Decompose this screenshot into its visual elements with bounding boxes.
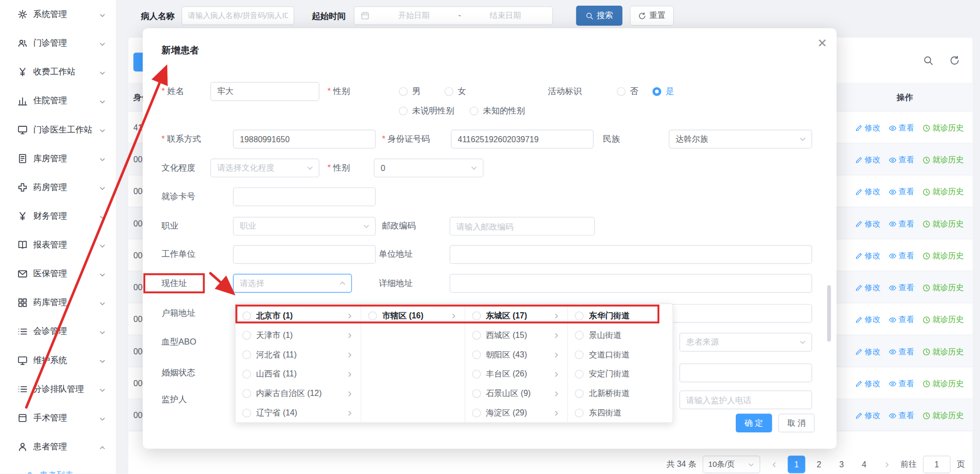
table-refresh-icon[interactable] — [949, 55, 960, 66]
edit-link[interactable]: 修改 — [855, 219, 880, 230]
next-page-button[interactable] — [879, 456, 894, 473]
cascader-option[interactable]: 河北省 (11) — [236, 345, 361, 364]
radio-icon[interactable] — [575, 311, 584, 320]
radio-icon[interactable] — [472, 369, 481, 378]
edit-link[interactable]: 修改 — [855, 282, 880, 293]
radio-icon[interactable] — [368, 311, 377, 320]
education-select[interactable]: 请选择文化程度 — [210, 159, 319, 178]
visit-history-link[interactable]: 就诊历史 — [923, 378, 964, 389]
visit-history-link[interactable]: 就诊历史 — [923, 251, 964, 261]
radio-icon[interactable] — [472, 311, 481, 320]
cascader-option[interactable]: 辽宁省 (14) — [236, 403, 361, 423]
page-size-select[interactable]: 10条/页 — [702, 456, 760, 473]
unit-address-field[interactable] — [449, 245, 812, 264]
cascader-option[interactable]: 东四街道 — [568, 403, 672, 423]
prev-page-button[interactable] — [767, 456, 781, 473]
sidebar-item-cross[interactable]: 药房管理 — [0, 173, 116, 202]
sidebar-item-mail[interactable]: 医保管理 — [0, 259, 116, 288]
sidebar-item-document[interactable]: 库房管理 — [0, 144, 116, 173]
confirm-button[interactable]: 确 定 — [736, 413, 772, 432]
cascader-option[interactable]: 朝阳区 (43) — [465, 345, 568, 364]
id-number-field[interactable] — [451, 130, 594, 149]
radio-icon[interactable] — [575, 331, 584, 339]
guardian-phone-field[interactable] — [679, 390, 812, 409]
radio-icon[interactable] — [242, 350, 251, 359]
radio-icon[interactable] — [242, 311, 251, 320]
card-no-field[interactable] — [233, 187, 376, 206]
view-link[interactable]: 查看 — [889, 378, 914, 389]
visit-history-link[interactable]: 就诊历史 — [923, 219, 964, 230]
radio-icon[interactable] — [472, 389, 481, 397]
radio-gender-male[interactable]: 男 — [399, 82, 420, 101]
visit-history-link[interactable]: 就诊历史 — [923, 410, 964, 421]
work-unit-field[interactable] — [233, 245, 376, 264]
cascader-option[interactable]: 安定门街道 — [568, 364, 672, 384]
sidebar-item-monitor[interactable]: 门诊医生工作站 — [0, 116, 116, 144]
cascader-option[interactable]: 丰台区 (26) — [465, 364, 568, 384]
postal-field[interactable] — [449, 217, 595, 236]
radio-icon[interactable] — [575, 408, 584, 417]
sidebar-item-monitor[interactable]: 维护系统 — [0, 346, 116, 375]
radio-gender-unknown[interactable]: 未知的性别 — [469, 102, 525, 121]
edit-link[interactable]: 修改 — [855, 315, 880, 326]
edit-link[interactable]: 修改 — [855, 123, 880, 134]
sidebar-item-gear[interactable]: 系统管理 — [0, 0, 116, 29]
edit-link[interactable]: 修改 — [855, 347, 880, 357]
view-link[interactable]: 查看 — [889, 410, 914, 421]
page-button-4[interactable]: 4 — [855, 456, 873, 473]
view-link[interactable]: 查看 — [889, 155, 914, 165]
cascader-option[interactable]: 山西省 (11) — [236, 364, 361, 384]
radio-icon[interactable] — [242, 408, 251, 417]
sidebar-item-user[interactable]: 患者管理 — [0, 432, 116, 461]
sidebar-item-box[interactable]: 手术管理 — [0, 404, 116, 432]
cascader-option[interactable]: 北新桥街道 — [568, 384, 672, 403]
view-link[interactable]: 查看 — [889, 315, 914, 326]
edit-link[interactable]: 修改 — [855, 378, 880, 389]
radio-icon[interactable] — [242, 369, 251, 378]
edit-link[interactable]: 修改 — [855, 187, 880, 198]
radio-icon[interactable] — [242, 331, 251, 339]
sidebar-item-users[interactable]: 门诊管理 — [0, 29, 116, 58]
cascader-option[interactable]: 天津市 (1) — [236, 325, 361, 345]
visit-history-link[interactable]: 就诊历史 — [923, 347, 964, 357]
cascader-option[interactable]: 市辖区 (16) — [362, 306, 465, 326]
radio-active-no[interactable]: 否 — [617, 82, 638, 101]
cascader-option[interactable]: 海淀区 (29) — [465, 403, 568, 423]
current-address-cascader[interactable]: 请选择 — [233, 274, 352, 293]
cascader-option[interactable]: 东城区 (17) — [465, 306, 568, 326]
radio-icon[interactable] — [472, 408, 481, 417]
cascader-option[interactable]: 内蒙古自治区 (12) — [236, 384, 361, 403]
visit-history-link[interactable]: 就诊历史 — [923, 315, 964, 326]
view-link[interactable]: 查看 — [889, 347, 914, 357]
sidebar-item-yen[interactable]: 财务管理 — [0, 202, 116, 231]
radio-active-yes[interactable]: 是 — [653, 82, 674, 101]
sidebar-item-grid[interactable]: 药库管理 — [0, 288, 116, 317]
visit-history-link[interactable]: 就诊历史 — [923, 282, 964, 293]
edit-link[interactable]: 修改 — [855, 251, 880, 261]
reset-button[interactable]: 重置 — [630, 6, 674, 26]
marital-side-field[interactable] — [679, 364, 812, 383]
close-icon[interactable]: ✕ — [814, 34, 831, 51]
page-button-2[interactable]: 2 — [810, 456, 828, 473]
cancel-button[interactable]: 取 消 — [778, 413, 815, 432]
cascader-option[interactable]: 北京市 (1) — [236, 306, 361, 326]
patient-name-input[interactable] — [182, 6, 295, 25]
view-link[interactable]: 查看 — [889, 251, 914, 261]
cascader-option[interactable]: 石景山区 (9) — [465, 384, 568, 403]
radio-icon[interactable] — [575, 369, 584, 378]
radio-gender-female[interactable]: 女 — [444, 82, 466, 101]
date-range-picker[interactable]: 开始日期 - 结束日期 — [354, 6, 553, 25]
view-link[interactable]: 查看 — [889, 282, 914, 293]
table-search-icon[interactable] — [923, 55, 934, 66]
view-link[interactable]: 查看 — [889, 187, 914, 198]
cascader-option[interactable]: 东华门街道 — [568, 306, 672, 326]
radio-icon[interactable] — [472, 331, 481, 339]
search-button[interactable]: 搜索 — [576, 6, 622, 26]
cascader-option[interactable]: 西城区 (15) — [465, 325, 568, 345]
detail-address-field[interactable] — [449, 274, 812, 293]
visit-history-link[interactable]: 就诊历史 — [923, 123, 964, 134]
radio-icon[interactable] — [575, 350, 584, 359]
dialog-scrollbar[interactable] — [827, 285, 831, 342]
cascader-option[interactable]: 景山街道 — [568, 325, 672, 345]
sidebar-item-list[interactable]: 分诊排队管理 — [0, 375, 116, 404]
